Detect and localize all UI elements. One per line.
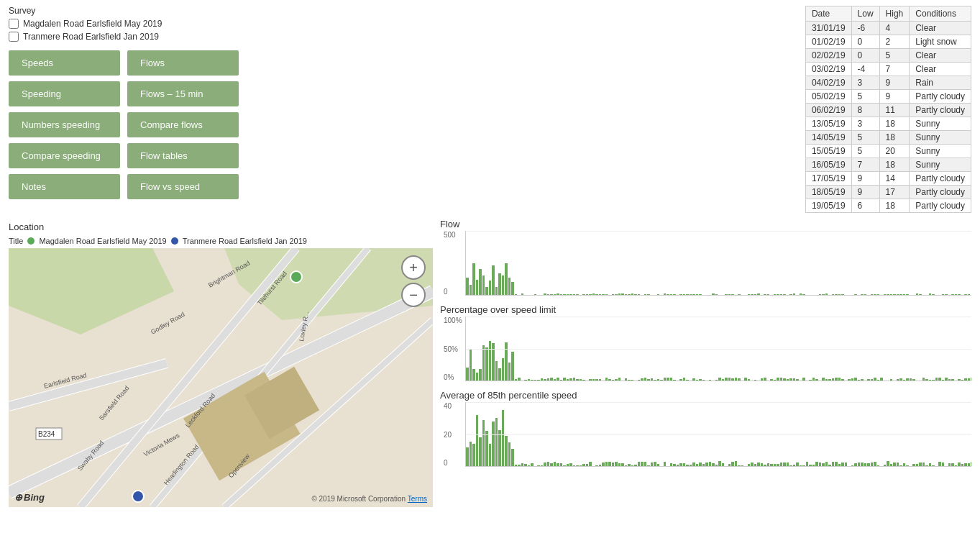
chart-bar bbox=[608, 462, 611, 466]
chart-bar bbox=[657, 379, 660, 381]
btn-flows-15min[interactable]: Flows – 15 min bbox=[127, 81, 239, 106]
chart-bar bbox=[809, 465, 812, 466]
survey-item-1: Tranmere Road Earlsfield Jan 2019 bbox=[9, 32, 469, 42]
chart-bar bbox=[780, 463, 783, 466]
chart-bar bbox=[897, 379, 899, 381]
chart-bar bbox=[651, 378, 654, 381]
chart-bar bbox=[812, 378, 815, 381]
btn-numbers-speeding[interactable]: Numbers speeding bbox=[9, 112, 120, 137]
chart-bar bbox=[871, 463, 874, 466]
chart-bar bbox=[518, 465, 521, 466]
chart-bar bbox=[683, 294, 686, 295]
flow-chart-title: Flow bbox=[440, 219, 971, 229]
weather-cell: 13/05/19 bbox=[805, 117, 851, 131]
weather-cell: Sunny bbox=[910, 117, 971, 131]
chart-bar bbox=[677, 295, 679, 296]
btn-compare-flows[interactable]: Compare flows bbox=[127, 112, 239, 137]
chart-bar bbox=[767, 381, 770, 381]
chart-bar bbox=[880, 378, 883, 381]
avg-speed-title: Average of 85th percentile speed bbox=[440, 390, 971, 401]
weather-cell: Partly cloudy bbox=[910, 186, 971, 199]
survey-checkbox-1[interactable] bbox=[9, 32, 19, 42]
weather-row: 19/05/19618Partly cloudy bbox=[805, 199, 971, 213]
chart-bar bbox=[828, 379, 831, 381]
weather-cell: 18 bbox=[879, 199, 910, 213]
chart-bar bbox=[748, 294, 751, 295]
chart-bar bbox=[651, 463, 654, 466]
chart-bar bbox=[958, 463, 961, 466]
zoom-controls: + − bbox=[401, 255, 426, 307]
map-legend: Title Magdalen Road Earlsfield May 2019 … bbox=[0, 235, 431, 247]
chart-bar bbox=[822, 378, 825, 381]
btn-compare-speeding[interactable]: Compare speeding bbox=[9, 143, 120, 168]
weather-table: DateLowHighConditions 31/01/19-64Clear01… bbox=[805, 6, 971, 213]
weather-cell: 4 bbox=[879, 22, 910, 35]
chart-bar bbox=[479, 437, 482, 466]
btn-notes[interactable]: Notes bbox=[9, 174, 120, 199]
chart-bar bbox=[582, 380, 585, 381]
svg-point-29 bbox=[132, 491, 144, 502]
btn-flows[interactable]: Flows bbox=[127, 50, 239, 76]
chart-bar bbox=[696, 380, 699, 381]
chart-bar bbox=[699, 294, 702, 295]
chart-bar bbox=[958, 379, 961, 381]
chart-bar bbox=[705, 463, 708, 466]
survey-checkbox-0[interactable] bbox=[9, 19, 19, 29]
btn-speeding[interactable]: Speeding bbox=[9, 81, 120, 106]
chart-bar bbox=[796, 463, 799, 466]
chart-bar bbox=[832, 294, 835, 295]
chart-bar bbox=[521, 463, 524, 466]
chart-bar bbox=[715, 294, 718, 296]
chart-bar bbox=[748, 464, 751, 466]
chart-bar bbox=[897, 294, 899, 295]
chart-bar bbox=[466, 278, 469, 295]
chart-bar bbox=[563, 465, 566, 466]
chart-bar bbox=[919, 294, 922, 295]
chart-bar bbox=[728, 294, 731, 295]
chart-bar bbox=[906, 378, 909, 381]
weather-cell: 0 bbox=[851, 49, 879, 63]
chart-bar bbox=[738, 465, 741, 466]
zoom-in-button[interactable]: + bbox=[401, 255, 426, 280]
chart-bar bbox=[861, 379, 864, 381]
chart-bar bbox=[502, 410, 505, 466]
weather-cell: -4 bbox=[851, 63, 879, 76]
chart-bar bbox=[748, 379, 751, 381]
chart-bar bbox=[893, 294, 896, 295]
chart-bar bbox=[628, 380, 631, 381]
chart-bar bbox=[634, 294, 637, 295]
chart-bar bbox=[841, 463, 844, 466]
map-terms-link[interactable]: Terms bbox=[408, 495, 427, 503]
weather-cell: Partly cloudy bbox=[910, 104, 971, 117]
chart-bar bbox=[550, 294, 553, 295]
chart-bar bbox=[554, 379, 557, 381]
chart-bar bbox=[961, 380, 964, 381]
chart-bar bbox=[489, 281, 492, 295]
chart-bar bbox=[789, 465, 792, 466]
chart-bar bbox=[793, 465, 796, 466]
btn-speeds[interactable]: Speeds bbox=[9, 50, 120, 76]
weather-cell: 18 bbox=[879, 117, 910, 131]
btn-flow-vs-speed[interactable]: Flow vs speed bbox=[127, 174, 239, 199]
speed-pct-y-axis: 100% 50% 0% bbox=[444, 316, 462, 381]
zoom-out-button[interactable]: − bbox=[401, 283, 426, 307]
chart-bar bbox=[715, 465, 718, 466]
chart-bar bbox=[670, 378, 673, 381]
flow-gridline-top bbox=[466, 231, 971, 232]
chart-bar bbox=[524, 464, 527, 466]
chart-bar bbox=[670, 294, 673, 295]
chart-bar bbox=[696, 294, 699, 295]
chart-bar bbox=[563, 378, 566, 381]
weather-cell: Clear bbox=[910, 22, 971, 35]
weather-cell: 17/05/19 bbox=[805, 172, 851, 186]
chart-bar bbox=[948, 379, 951, 381]
weather-cell: 9 bbox=[879, 76, 910, 90]
speed-pct-chart-area bbox=[465, 316, 971, 381]
weather-cell: 20 bbox=[879, 145, 910, 158]
chart-bar bbox=[595, 379, 598, 381]
chart-bar bbox=[470, 350, 472, 381]
weather-cell: 9 bbox=[851, 186, 879, 199]
chart-bar bbox=[599, 465, 602, 466]
btn-flow-tables[interactable]: Flow tables bbox=[127, 143, 239, 168]
chart-bar bbox=[725, 294, 728, 295]
